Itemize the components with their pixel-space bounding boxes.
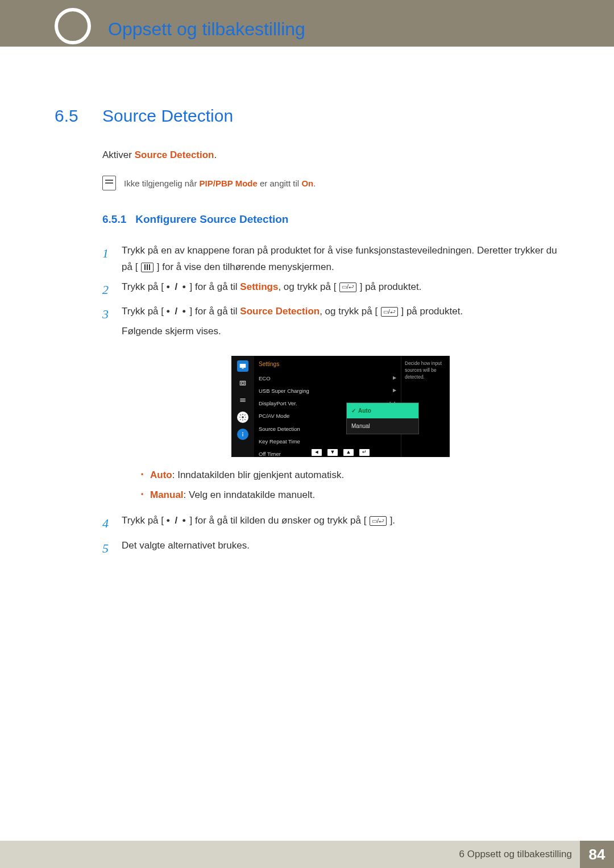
label: USB Super Charging: [259, 387, 309, 396]
intro-prefix: Aktiver: [102, 149, 135, 160]
source-enter-icon: ▭/⮐: [381, 307, 398, 317]
osd-option-manual: Manual: [347, 418, 418, 434]
svg-point-7: [242, 416, 244, 418]
list-icon: [237, 394, 248, 406]
label: Manual: [150, 489, 184, 500]
page-content: 6.5 Source Detection Aktiver Source Dete…: [0, 47, 614, 559]
step-2: 2 Trykk på [ • / • ] for å gå til Settin…: [102, 279, 559, 300]
step-body: Trykk på en av knappene foran på produkt…: [122, 243, 559, 276]
accent-text: Source Detection: [240, 306, 320, 317]
text: ] på produktet.: [401, 306, 463, 317]
svg-rect-9: [242, 434, 243, 437]
text: ].: [390, 515, 395, 526]
label: Source Detection: [259, 425, 300, 434]
subsection-title: Konfigurere Source Detection: [135, 213, 288, 226]
svg-rect-2: [240, 381, 245, 385]
osd-sidebar-icons: [231, 356, 254, 457]
svg-rect-1: [242, 368, 244, 368]
nav-dots: • / •: [167, 281, 187, 292]
source-enter-icon: ▭/⮐: [339, 283, 356, 292]
svg-rect-4: [240, 398, 245, 399]
header-bar: Oppsett og tilbakestilling: [0, 0, 614, 47]
label: DisplayPort Ver.: [259, 399, 297, 408]
step-5: 5 Det valgte alternativet brukes.: [102, 538, 559, 559]
section-heading: 6.5 Source Detection: [55, 106, 559, 126]
note-accent1: PIP/PBP Mode: [200, 178, 258, 188]
page-title: Oppsett og tilbakestilling: [108, 19, 305, 40]
chevron-right-icon: ▶: [393, 374, 396, 383]
svg-rect-6: [240, 401, 245, 402]
intro-text: Aktiver Source Detection.: [102, 149, 559, 161]
menu-icon: [141, 263, 154, 272]
label: Auto: [150, 470, 172, 480]
bullet-manual: Manual: Velg en inndatakilde manuelt.: [141, 487, 559, 502]
label: Off Timer: [259, 450, 281, 459]
nav-dots: • / •: [167, 515, 187, 526]
svg-rect-3: [242, 382, 244, 384]
bullet-auto: Auto: Inndatakilden blir gjenkjent autom…: [141, 467, 559, 483]
source-enter-icon: ▭/⮐: [370, 516, 387, 526]
section-number: 6.5: [55, 106, 86, 126]
osd-screenshot: Settings ECO▶ USB Super Charging▶ Displa…: [231, 356, 450, 457]
label: ECO: [259, 374, 271, 383]
text: ] for å gå til kilden du ønsker og trykk…: [187, 515, 367, 526]
text: ] for å gå til: [187, 281, 240, 292]
step-number: 1: [102, 243, 114, 276]
label: Key Repeat Time: [259, 437, 300, 446]
note-prefix: Ikke tilgjengelig når: [124, 178, 200, 188]
osd-menu-title: Settings: [259, 359, 396, 369]
note-icon: [102, 176, 116, 190]
nav-left-icon: ◄: [312, 449, 322, 456]
step-number: 4: [102, 513, 114, 534]
osd-option-auto: Auto: [347, 403, 418, 418]
text: , og trykk på [: [278, 281, 336, 292]
text: ] for å vise den tilhørende menyskjermen…: [157, 261, 334, 272]
note-suffix: .: [313, 178, 316, 188]
text: ] for å gå til: [187, 306, 240, 317]
chevron-right-icon: ▶: [393, 387, 396, 396]
page-footer: 6 Oppsett og tilbakestilling 84: [0, 841, 614, 868]
following-screen-text: Følgende skjerm vises.: [122, 323, 559, 340]
desc: : Inndatakilden blir gjenkjent automatis…: [172, 470, 344, 480]
note-text: Ikke tilgjengelig når PIP/PBP Mode er an…: [124, 178, 316, 188]
nav-dots: • / •: [167, 306, 187, 317]
step-1: 1 Trykk på en av knappene foran på produ…: [102, 243, 559, 276]
step-number: 3: [102, 304, 114, 509]
text: Trykk på [: [122, 515, 167, 526]
svg-rect-0: [240, 364, 246, 368]
osd-dropdown: Auto Manual: [346, 402, 419, 434]
intro-accent: Source Detection: [135, 149, 214, 160]
desc: : Velg en inndatakilde manuelt.: [184, 489, 316, 500]
section-title: Source Detection: [102, 106, 233, 126]
osd-nav-bar: ◄ ▼ ▲ ↵: [312, 449, 370, 456]
text: Trykk på [: [122, 306, 167, 317]
monitor-icon: [237, 360, 248, 372]
note-row: Ikke tilgjengelig når PIP/PBP Mode er an…: [102, 176, 559, 190]
label: Auto: [358, 406, 371, 416]
intro-suffix: .: [214, 149, 217, 160]
subsection-number: 6.5.1: [102, 213, 126, 226]
text: Trykk på [: [122, 281, 167, 292]
nav-down-icon: ▼: [327, 449, 338, 456]
gear-icon: [237, 412, 248, 423]
step-body: Trykk på [ • / • ] for å gå til kilden d…: [122, 513, 559, 534]
text: ] på produktet.: [360, 281, 422, 292]
text: , og trykk på [: [320, 306, 377, 317]
step-number: 5: [102, 538, 114, 559]
step-body: Trykk på [ • / • ] for å gå til Source D…: [122, 304, 559, 509]
svg-point-8: [242, 432, 243, 433]
step-body: Det valgte alternativet brukes.: [122, 538, 559, 559]
nav-enter-icon: ↵: [359, 449, 370, 456]
chapter-circle-icon: [55, 8, 91, 44]
osd-row-key: Key Repeat Time: [259, 435, 396, 448]
nav-up-icon: ▲: [343, 449, 354, 456]
note-accent2: On: [301, 178, 313, 188]
svg-rect-5: [240, 400, 245, 400]
osd-row-usb: USB Super Charging▶: [259, 385, 396, 397]
info-icon: [237, 429, 248, 440]
accent-text: Settings: [240, 281, 278, 292]
subsection-heading: 6.5.1 Konfigurere Source Detection: [102, 213, 559, 226]
label: PC/AV Mode: [259, 412, 289, 421]
step-4: 4 Trykk på [ • / • ] for å gå til kilden…: [102, 513, 559, 534]
osd-menu: Settings ECO▶ USB Super Charging▶ Displa…: [254, 356, 401, 457]
